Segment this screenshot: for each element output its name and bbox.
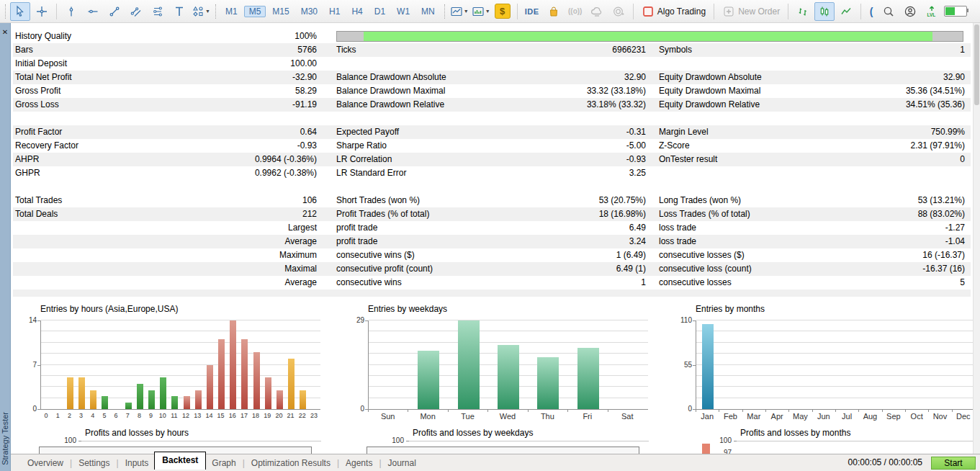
tab-graph[interactable]: Graph <box>206 458 241 468</box>
bar-Jan <box>702 444 710 454</box>
candles-icon[interactable] <box>814 2 835 21</box>
timeframe-d1[interactable]: D1 <box>369 6 390 17</box>
crosshair-icon[interactable] <box>32 2 52 21</box>
x-tick-label: Apr <box>765 412 788 421</box>
fibo-icon[interactable] <box>148 2 168 21</box>
toolbar-separator <box>860 4 861 19</box>
x-tick-label: 1 <box>52 412 63 419</box>
plot-area <box>40 320 320 410</box>
vps-icon[interactable] <box>587 2 607 21</box>
x-tick-label: Sat <box>608 412 647 421</box>
start-button[interactable]: Start <box>931 457 976 470</box>
new-order-icon <box>722 5 735 18</box>
x-tick-label: 12 <box>180 412 192 419</box>
chart-window-icon[interactable]: ▼ <box>449 2 469 21</box>
ide-icon[interactable]: IDE <box>522 2 542 21</box>
stat-label: Margin Level <box>659 125 709 139</box>
bar-10 <box>160 377 166 409</box>
tab-agents[interactable]: Agents <box>340 458 378 468</box>
signals-icon[interactable]: ((o)) <box>565 2 585 21</box>
vertical-scrollbar[interactable] <box>973 23 980 454</box>
cursor-icon[interactable] <box>10 2 30 21</box>
scrollbar-thumb[interactable] <box>974 24 979 105</box>
close-icon[interactable]: ✕ <box>0 28 10 36</box>
timeframe-m1[interactable]: M1 <box>220 6 243 17</box>
stat-label: Short Trades (won %) <box>336 194 420 207</box>
table-row: Total Trades106Short Trades (won %)53 (2… <box>13 194 971 207</box>
stat-label: Expected Payoff <box>336 125 399 139</box>
stat-value: 5 <box>960 276 965 290</box>
chart-profits-losses-by-weekdays: Profits and losses by weekdays10097 <box>341 427 662 454</box>
stat-label: Profit Trades (% of total) <box>336 207 429 221</box>
new-order-label: New Order <box>738 6 780 17</box>
bar-4 <box>90 390 96 409</box>
tab-settings[interactable]: Settings <box>73 458 115 468</box>
table-row: Maximalconsecutive profit (count)6.49 (1… <box>13 262 971 276</box>
indicators-icon[interactable]: ▼ <box>471 2 491 21</box>
stat-label: Equity Drawdown Absolute <box>659 71 762 84</box>
bar-16 <box>230 320 236 409</box>
tab-optimization-results[interactable]: Optimization Results <box>246 458 336 468</box>
horizontal-line-icon[interactable] <box>83 2 103 21</box>
stat-label: LR Standard Error <box>336 166 406 180</box>
bar-9 <box>148 390 155 409</box>
bar-8 <box>137 384 143 409</box>
channel-icon[interactable] <box>126 2 146 21</box>
tab-inputs[interactable]: Inputs <box>120 458 155 468</box>
toolbar-grip <box>444 4 445 19</box>
stat-label: Total Deals <box>15 207 58 221</box>
row-gap <box>13 112 971 125</box>
timeframe-mn[interactable]: MN <box>416 6 440 17</box>
bar-14 <box>207 365 213 410</box>
shapes-icon[interactable]: ▼ <box>191 2 211 21</box>
new-order-button[interactable]: New Order <box>719 2 783 21</box>
vertical-line-icon[interactable] <box>61 2 81 21</box>
x-tick-label: 16 <box>227 412 238 419</box>
chart-entries-by-weekdays: Entries by weekdays029SunMonTueWedThuFri… <box>341 302 662 425</box>
x-tick-label: 2 <box>63 412 75 419</box>
tab-journal[interactable]: Journal <box>382 458 422 468</box>
levels-icon[interactable]: LVL <box>922 2 942 21</box>
stat-label: consecutive wins ($) <box>336 248 415 262</box>
x-tick-label: Tue <box>448 412 487 421</box>
timeframe-h1[interactable]: H1 <box>324 6 345 17</box>
account-icon[interactable] <box>900 2 920 21</box>
timeframe-w1[interactable]: W1 <box>392 6 415 17</box>
stat-value: 18 (16.98%) <box>599 207 646 221</box>
text-icon[interactable] <box>169 2 189 21</box>
stat-label: Total Net Profit <box>15 71 72 84</box>
stat-value: -1.27 <box>945 221 965 235</box>
timeframe-m30[interactable]: M30 <box>296 6 323 17</box>
stat-value: -0.93 <box>626 153 646 166</box>
stat-value: 58.29 <box>295 84 317 98</box>
stat-label: consecutive wins <box>336 276 402 290</box>
stat-value: Maximal <box>284 262 317 276</box>
stat-label: Sharpe Ratio <box>336 139 387 153</box>
ohlc-bars-icon[interactable] <box>793 2 813 21</box>
zigzag-icon[interactable] <box>836 2 856 21</box>
x-tick-label: 14 <box>203 412 215 419</box>
bar-15 <box>218 339 225 409</box>
timeframe-m5[interactable]: M5 <box>244 6 266 17</box>
points-icon[interactable] <box>608 2 629 21</box>
stat-value: 1 <box>641 276 646 290</box>
bar-18 <box>253 352 260 409</box>
search-icon[interactable] <box>878 2 899 21</box>
table-row: Initial Deposit100.00 <box>13 57 971 71</box>
stat-value: 33.18% (33.32) <box>587 98 646 112</box>
timeframe-h4[interactable]: H4 <box>346 6 367 17</box>
timeframe-m15[interactable]: M15 <box>267 6 294 17</box>
stat-label: loss trade <box>659 235 696 248</box>
quotes-icon[interactable]: $ <box>493 2 513 21</box>
bar-12 <box>184 396 190 409</box>
crescent-icon[interactable]: ( <box>866 2 877 21</box>
stat-label: Long Trades (won %) <box>659 194 741 207</box>
trendline-icon[interactable] <box>104 2 125 21</box>
market-icon[interactable] <box>544 2 564 21</box>
algo-trading-button[interactable]: Algo Trading <box>638 2 709 21</box>
stat-value: 106 <box>302 194 317 207</box>
x-tick-label: Mon <box>408 412 447 421</box>
tab-backtest[interactable]: Backtest <box>154 452 206 470</box>
tab-overview[interactable]: Overview <box>22 458 69 468</box>
stats-table: History Quality100%Bars5766Ticks6966231S… <box>13 30 971 297</box>
